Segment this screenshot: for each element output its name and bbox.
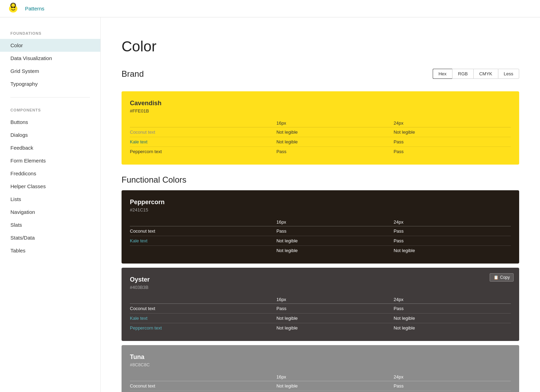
copy-button[interactable]: 📋 Copy xyxy=(490,273,514,282)
row-peppercorn-24: Not legible xyxy=(393,323,511,333)
sidebar-item-typography[interactable]: Typography xyxy=(0,77,100,90)
oyster-hex: #403B3B xyxy=(130,285,511,290)
format-btn-less[interactable]: Less xyxy=(498,69,519,79)
oyster-col-label-header xyxy=(130,295,276,304)
row-kale-label: Kale text xyxy=(130,391,276,392)
row-coconut-label: Coconut text xyxy=(130,304,276,314)
row-peppercorn-24: Pass xyxy=(393,147,511,157)
oyster-name: Oyster xyxy=(130,276,511,283)
tuna-table: 16px 24px Coconut text Not legible Pass … xyxy=(130,373,511,392)
tuna-col-label-header xyxy=(130,373,276,381)
row-coconut-24: Pass xyxy=(393,304,511,314)
row-kale-16: Not legible xyxy=(276,236,394,246)
cavendish-hex: #FFE01B xyxy=(130,108,511,114)
tuna-name: Tuna xyxy=(130,353,511,361)
row-peppercorn-label: Peppercorn text xyxy=(130,323,276,333)
svg-point-6 xyxy=(14,5,15,5)
row-kale-label: Kale text xyxy=(130,236,276,246)
row-peppercorn-16: Not legible xyxy=(276,323,394,333)
layout: FOUNDATIONS Color Data Visualization Gri… xyxy=(0,17,540,392)
row-coconut-16: Not legible xyxy=(276,127,394,137)
swatch-tuna: Tuna #8C8C8C 16px 24px Coconut text Not … xyxy=(122,345,519,392)
copy-icon: 📋 xyxy=(493,275,499,280)
cavendish-col-24-header: 24px xyxy=(393,119,511,127)
logo xyxy=(7,2,19,15)
row-empty-16: Not legible xyxy=(276,246,394,256)
row-empty-label xyxy=(130,246,276,256)
sidebar-item-lists[interactable]: Lists xyxy=(0,193,100,206)
peppercorn-col-24-header: 24px xyxy=(393,218,511,226)
patterns-nav-link[interactable]: Patterns xyxy=(25,6,44,11)
cavendish-name: Cavendish xyxy=(130,100,511,107)
sidebar-divider xyxy=(10,97,90,98)
row-coconut-label: Coconut text xyxy=(130,127,276,137)
sidebar-item-freddicons[interactable]: Freddicons xyxy=(0,167,100,180)
row-kale-16: Not legible xyxy=(276,137,394,147)
swatch-oyster: 📋 Copy Oyster #403B3B 16px 24px Coconut … xyxy=(122,268,519,341)
svg-point-5 xyxy=(11,5,12,5)
format-btn-rgb[interactable]: RGB xyxy=(452,69,473,79)
functional-section-title: Functional Colors xyxy=(122,175,519,185)
table-row: Coconut text Pass Pass xyxy=(130,304,511,314)
sidebar-item-form-elements[interactable]: Form Elements xyxy=(0,154,100,167)
tuna-col-16-header: 16px xyxy=(276,373,394,381)
table-row: Kale text Not legible Not legible xyxy=(130,391,511,392)
sidebar-item-tables[interactable]: Tables xyxy=(0,244,100,257)
main-content: Color Brand Hex RGB CMYK Less Cavendish … xyxy=(101,17,540,392)
cavendish-table: 16px 24px Coconut text Not legible Not l… xyxy=(130,119,511,156)
page-title: Color xyxy=(122,38,519,55)
table-row: Peppercorn text Not legible Not legible xyxy=(130,323,511,333)
components-section-label: COMPONENTS xyxy=(0,108,100,116)
row-empty-24: Not legible xyxy=(393,246,511,256)
row-kale-24: Pass xyxy=(393,236,511,246)
table-row: Kale text Not legible Pass xyxy=(130,236,511,246)
sidebar: FOUNDATIONS Color Data Visualization Gri… xyxy=(0,17,101,392)
sidebar-item-feedback[interactable]: Feedback xyxy=(0,141,100,154)
row-kale-label: Kale text xyxy=(130,314,276,323)
peppercorn-col-16-header: 16px xyxy=(276,218,394,226)
oyster-table: 16px 24px Coconut text Pass Pass Kale te… xyxy=(130,295,511,333)
row-coconut-label: Coconut text xyxy=(130,381,276,391)
sidebar-item-slats[interactable]: Slats xyxy=(0,218,100,231)
table-row: Coconut text Not legible Not legible xyxy=(130,127,511,137)
row-peppercorn-16: Pass xyxy=(276,147,394,157)
svg-point-4 xyxy=(11,3,15,7)
cavendish-col-label-header xyxy=(130,119,276,127)
oyster-col-24-header: 24px xyxy=(393,295,511,304)
row-coconut-16: Pass xyxy=(276,226,394,236)
peppercorn-col-label-header xyxy=(130,218,276,226)
sidebar-item-data-visualization[interactable]: Data Visualization xyxy=(0,52,100,65)
row-kale-16: Not legible xyxy=(276,391,394,392)
sidebar-item-dialogs[interactable]: Dialogs xyxy=(0,128,100,141)
top-nav: Patterns xyxy=(0,0,540,17)
table-row: Kale text Not legible Pass xyxy=(130,137,511,147)
peppercorn-hex: #241C15 xyxy=(130,207,511,212)
sidebar-item-helper-classes[interactable]: Helper Classes xyxy=(0,180,100,193)
format-btn-hex[interactable]: Hex xyxy=(433,69,452,79)
sidebar-item-navigation[interactable]: Navigation xyxy=(0,206,100,218)
sidebar-item-color[interactable]: Color xyxy=(0,39,100,52)
row-kale-16: Not legible xyxy=(276,314,394,323)
sidebar-item-stats-data[interactable]: Stats/Data xyxy=(0,231,100,244)
table-row: Peppercorn text Pass Pass xyxy=(130,147,511,157)
sidebar-item-grid-system[interactable]: Grid System xyxy=(0,65,100,77)
row-coconut-16: Not legible xyxy=(276,381,394,391)
row-coconut-24: Not legible xyxy=(393,127,511,137)
row-kale-24: Not legible xyxy=(393,391,511,392)
peppercorn-name: Peppercorn xyxy=(130,199,511,206)
copy-label: Copy xyxy=(500,275,510,280)
sidebar-item-buttons[interactable]: Buttons xyxy=(0,116,100,128)
row-kale-label: Kale text xyxy=(130,137,276,147)
swatch-peppercorn: Peppercorn #241C15 16px 24px Coconut tex… xyxy=(122,190,519,264)
table-row: Not legible Not legible xyxy=(130,246,511,256)
row-kale-24: Not legible xyxy=(393,314,511,323)
format-btn-cmyk[interactable]: CMYK xyxy=(473,69,498,79)
row-coconut-16: Pass xyxy=(276,304,394,314)
row-coconut-label: Coconut text xyxy=(130,226,276,236)
table-row: Coconut text Pass Pass xyxy=(130,226,511,236)
oyster-col-16-header: 16px xyxy=(276,295,394,304)
table-row: Kale text Not legible Not legible xyxy=(130,314,511,323)
row-kale-24: Pass xyxy=(393,137,511,147)
peppercorn-table: 16px 24px Coconut text Pass Pass Kale te… xyxy=(130,218,511,255)
row-coconut-24: Pass xyxy=(393,381,511,391)
